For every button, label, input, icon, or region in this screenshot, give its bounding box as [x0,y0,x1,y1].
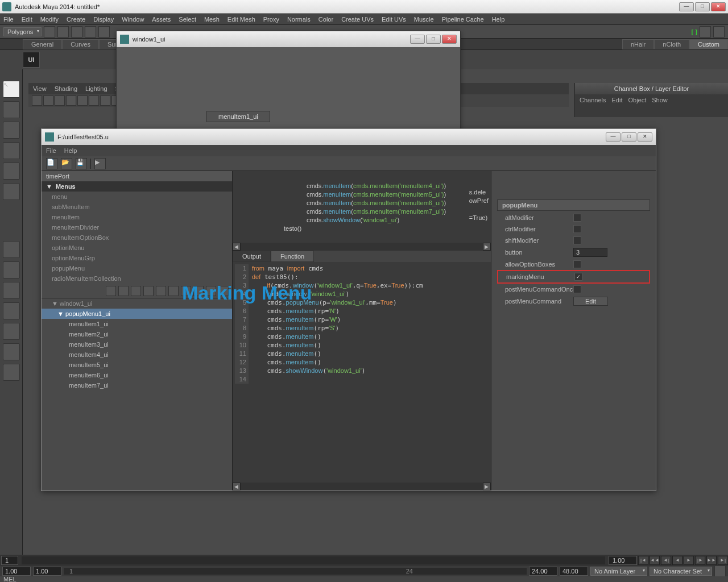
vt-icon[interactable] [66,95,76,106]
menu-modify[interactable]: Modify [40,16,59,23]
ir-icon[interactable] [118,286,129,296]
minimize-button[interactable]: — [679,2,694,11]
menu-help[interactable]: Help [492,16,505,23]
ch-show[interactable]: Show [652,97,668,103]
bracket-icon[interactable]: [ ] [692,28,697,35]
menu-mesh[interactable]: Mesh [204,16,220,23]
time-slider[interactable]: 1 1.00 |◄ ◄◄ ◄| ◄ ► |► ►► ►| [0,555,728,566]
close-button[interactable]: ✕ [711,2,726,11]
range-slider[interactable]: 1.00 1.00 1 24 24.00 48.00 No Anim Layer… [0,566,728,576]
mode-combo[interactable]: Polygons [3,27,42,36]
shelf-tab-curves[interactable]: Curves [62,39,99,49]
timeport-header[interactable]: timePort [42,171,232,181]
editor-file[interactable]: File [46,147,56,154]
prop-check[interactable] [573,260,581,268]
playback-button[interactable]: ◄ [672,556,682,565]
shelf-ui-icon[interactable]: UI [23,52,40,68]
ch-object[interactable]: Object [628,97,646,103]
ir-icon[interactable] [156,286,166,296]
ir-icon[interactable] [106,286,116,296]
menu-createuvs[interactable]: Create UVs [341,16,374,23]
cur-frame-field[interactable]: 1.00 [609,556,637,565]
scrollbar[interactable]: ◄► [233,483,491,490]
lasso-tool[interactable] [3,101,20,118]
prop-edit-button[interactable]: Edit [573,297,608,306]
tab-function[interactable]: Function [271,251,314,262]
autokey-button[interactable] [714,566,726,577]
tree-menu[interactable]: menu [42,192,232,202]
hier-menuitem5[interactable]: menuItem5_ui [42,360,232,370]
nextkey-button[interactable]: |► [695,556,705,565]
menu-edit[interactable]: Edit [22,16,32,23]
menu-muscle[interactable]: Muscle [414,16,434,23]
menu-proxy[interactable]: Proxy [263,16,279,23]
tb-icon[interactable] [713,26,725,38]
maximize-button[interactable]: □ [426,35,441,44]
menu-normals[interactable]: Normals [287,16,311,23]
maximize-button[interactable]: □ [695,2,710,11]
tb-icon[interactable] [57,26,69,38]
layout-tool[interactable] [3,364,20,381]
shelf-tab-general[interactable]: General [23,39,62,49]
menu-display[interactable]: Display [93,16,114,23]
ch-edit[interactable]: Edit [611,97,622,103]
tb-icon[interactable] [85,26,96,38]
hier-menuitem6[interactable]: menuItem6_ui [42,370,232,380]
save-icon[interactable]: 💾 [76,158,87,169]
maximize-button[interactable]: □ [622,132,636,142]
tree-submenuitem[interactable]: subMenuItem [42,202,232,212]
ch-channels[interactable]: Channels [580,97,606,103]
vt-icon[interactable] [100,95,110,106]
stepback-button[interactable]: ◄◄ [650,556,660,565]
prop-check[interactable] [573,225,581,233]
tree-popupmenu[interactable]: popupMenu [42,263,232,273]
tree-menudivider[interactable]: menuItemDivider [42,222,232,232]
vt-icon[interactable] [89,95,99,106]
shelf-tab-nhair[interactable]: nHair [622,39,654,49]
hier-popupmenu1[interactable]: ▼ popupMenu1_ui [42,309,232,319]
layout-tool[interactable] [3,261,20,278]
vt-icon[interactable] [77,95,88,106]
editor-help[interactable]: Help [64,147,77,154]
tb-icon[interactable] [71,26,82,38]
layout-tool[interactable] [3,343,20,360]
rewind-button[interactable]: |◄ [638,556,648,565]
end-button[interactable]: ►| [718,556,728,565]
range-end[interactable]: 48.00 [560,567,588,576]
vt-icon[interactable] [32,95,42,106]
new-icon[interactable]: 📄 [46,158,57,169]
rotate-tool[interactable] [3,163,20,180]
menu-file[interactable]: File [3,16,14,23]
hier-menuitem7[interactable]: menuItem7_ui [42,380,232,390]
editor-titlebar[interactable]: F:/uidTest/test05.u — □ ✕ [42,129,656,145]
select-tool[interactable]: ↖ [3,81,20,98]
range-start[interactable]: 1.00 [2,567,31,576]
menu-select[interactable]: Select [179,16,196,23]
hier-menuitem2[interactable]: menuItem2_ui [42,329,232,339]
code-main[interactable]: 1from maya import cmds 2def test05(): 3 … [233,262,491,386]
move-tool[interactable] [3,142,20,159]
layout-tool[interactable] [3,323,20,340]
layout-tool[interactable] [3,302,20,319]
menu-pipeline[interactable]: Pipeline Cache [442,16,484,23]
layout-tool[interactable] [3,241,20,258]
ui-editor-window[interactable]: F:/uidTest/test05.u — □ ✕ File Help 📄 📂 … [41,128,656,491]
vp-lighting[interactable]: Lighting [85,85,107,92]
tb-icon[interactable] [44,26,55,38]
close-button[interactable]: ✕ [442,35,457,44]
close-button[interactable]: ✕ [638,132,652,142]
scrollbar[interactable]: ◄► [233,243,491,251]
shelf-tab-ncloth[interactable]: nCloth [654,39,689,49]
scale-tool[interactable] [3,183,20,200]
prevkey-button[interactable]: ◄| [661,556,671,565]
prop-group-header[interactable]: popupMenu [497,199,650,211]
time-track[interactable] [22,556,605,564]
prop-check[interactable] [573,236,581,244]
tree-menuitem[interactable]: menuItem [42,212,232,222]
range-track[interactable]: 1 24 [64,568,527,575]
prop-check[interactable]: ✓ [574,273,582,281]
charset-combo[interactable]: No Character Set [650,567,712,576]
menu-assets[interactable]: Assets [152,16,171,23]
hier-menuitem1[interactable]: menuItem1_ui [42,319,232,329]
layout-tool[interactable] [3,282,20,299]
